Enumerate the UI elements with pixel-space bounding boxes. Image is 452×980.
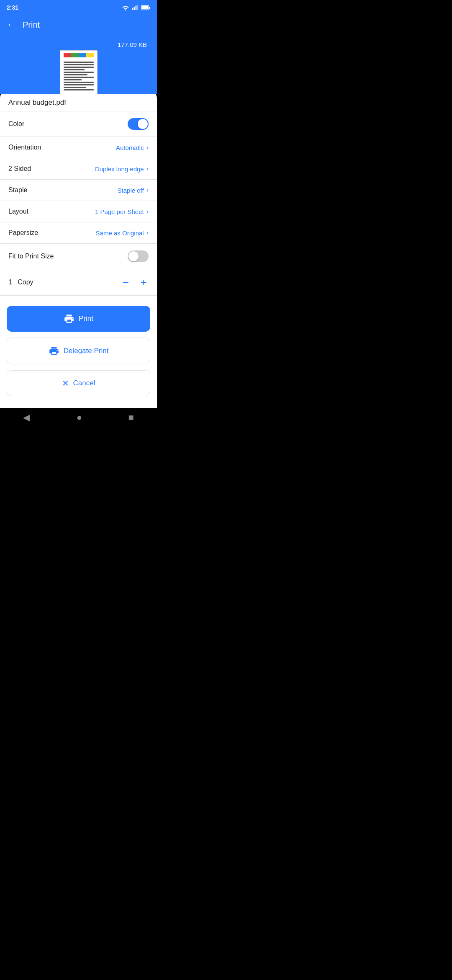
page-title: Print xyxy=(23,20,40,30)
staple-value-text: Staple off xyxy=(118,187,144,194)
two-sided-value[interactable]: Duplex long edge › xyxy=(95,165,149,173)
delegate-print-button-label: Delegate Print xyxy=(64,347,109,355)
orientation-chevron-icon: › xyxy=(146,144,149,151)
status-icons xyxy=(122,5,150,10)
preview-area: 177.09 KB xyxy=(0,36,157,94)
action-buttons: Print Delegate Print ✕ Cancel xyxy=(0,296,157,400)
layout-chevron-icon: › xyxy=(146,208,149,215)
svg-rect-6 xyxy=(141,6,148,9)
two-sided-chevron-icon: › xyxy=(146,165,149,173)
copies-label-text: Copy xyxy=(18,279,33,286)
file-size: 177.09 KB xyxy=(118,41,147,48)
papersize-chevron-icon: › xyxy=(146,229,149,237)
status-bar: 2:31 xyxy=(0,0,157,15)
cancel-x-icon: ✕ xyxy=(62,378,69,388)
cancel-button-label: Cancel xyxy=(73,379,95,387)
decrement-copy-button[interactable]: − xyxy=(121,275,131,289)
toggle-knob xyxy=(138,119,148,129)
two-sided-setting-row[interactable]: 2 Sided Duplex long edge › xyxy=(0,158,157,180)
orientation-label: Orientation xyxy=(8,144,41,151)
recents-nav-button[interactable]: ■ xyxy=(128,412,134,423)
copies-label: 1 Copy xyxy=(8,279,33,286)
staple-label: Staple xyxy=(8,186,27,194)
increment-copy-button[interactable]: + xyxy=(139,275,149,289)
papersize-label: Papersize xyxy=(8,229,38,237)
home-nav-button[interactable]: ● xyxy=(77,412,82,423)
app-header: ← Print xyxy=(0,15,157,36)
two-sided-label: 2 Sided xyxy=(8,165,31,173)
orientation-value-text: Automatic xyxy=(116,144,144,151)
status-time: 2:31 xyxy=(7,4,18,11)
main-card: Annual budget.pdf Color Orientation Auto… xyxy=(0,90,157,408)
fit-to-print-toggle[interactable] xyxy=(128,250,149,262)
back-button[interactable]: ← xyxy=(7,19,16,30)
svg-rect-0 xyxy=(132,8,134,10)
filename: Annual budget.pdf xyxy=(8,98,66,106)
staple-value[interactable]: Staple off › xyxy=(118,186,149,194)
print-button-label: Print xyxy=(79,315,93,323)
orientation-setting-row[interactable]: Orientation Automatic › xyxy=(0,137,157,158)
color-label: Color xyxy=(8,120,24,128)
fit-toggle-knob xyxy=(128,251,139,261)
color-toggle[interactable] xyxy=(128,118,149,130)
battery-icon xyxy=(141,5,150,10)
layout-label: Layout xyxy=(8,208,28,215)
copy-controls: − + xyxy=(121,275,149,289)
papersize-setting-row[interactable]: Papersize Same as Original › xyxy=(0,222,157,244)
staple-setting-row[interactable]: Staple Staple off › xyxy=(0,180,157,201)
color-setting-row: Color xyxy=(0,111,157,137)
orientation-value[interactable]: Automatic › xyxy=(116,144,149,151)
svg-rect-5 xyxy=(149,6,150,8)
print-button[interactable]: Print xyxy=(7,306,150,332)
wifi-icon xyxy=(122,5,129,10)
copies-row: 1 Copy − + xyxy=(0,269,157,296)
navigation-bar: ◀ ● ■ xyxy=(0,408,157,426)
back-nav-button[interactable]: ◀ xyxy=(23,412,30,423)
print-icon xyxy=(64,313,74,324)
copies-count: 1 xyxy=(8,279,12,286)
delegate-print-button[interactable]: Delegate Print xyxy=(7,338,150,364)
fit-to-print-setting-row: Fit to Print Size xyxy=(0,244,157,269)
delegate-print-icon xyxy=(49,346,59,356)
cancel-button[interactable]: ✕ Cancel xyxy=(7,370,150,396)
svg-rect-2 xyxy=(136,5,137,10)
papersize-value[interactable]: Same as Original › xyxy=(96,229,149,237)
svg-rect-3 xyxy=(137,5,139,10)
fit-to-print-label: Fit to Print Size xyxy=(8,253,54,260)
document-preview xyxy=(58,48,100,94)
layout-setting-row[interactable]: Layout 1 Page per Sheet › xyxy=(0,201,157,222)
staple-chevron-icon: › xyxy=(146,186,149,194)
layout-value[interactable]: 1 Page per Sheet › xyxy=(95,208,149,215)
papersize-value-text: Same as Original xyxy=(96,230,144,237)
signal-icon xyxy=(132,5,139,10)
two-sided-value-text: Duplex long edge xyxy=(95,165,144,173)
svg-rect-1 xyxy=(134,7,135,10)
layout-value-text: 1 Page per Sheet xyxy=(95,208,144,215)
